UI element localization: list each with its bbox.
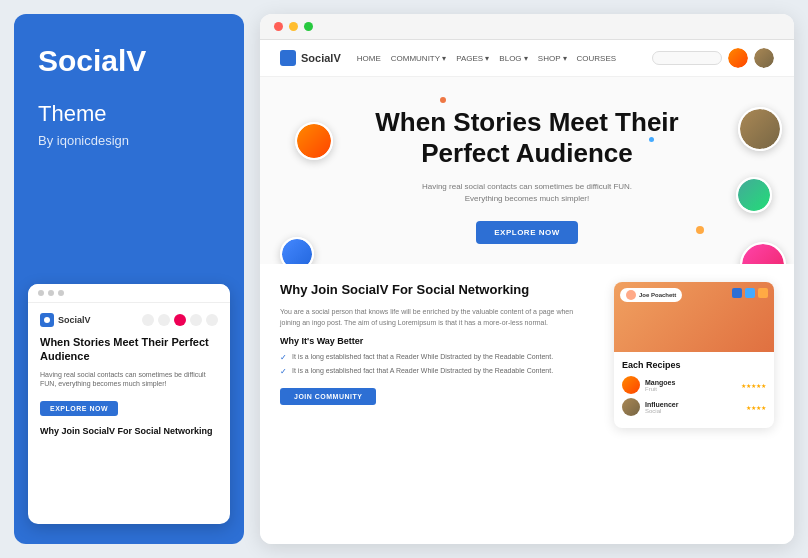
- recipe-header: Joe Poachett: [614, 282, 774, 352]
- recipe-item-2: Influencer Social ★★★★: [622, 398, 766, 416]
- float-avatar-tl: [295, 122, 333, 160]
- recipe-user-tag: Joe Poachett: [620, 288, 682, 302]
- float-avatar-tr: [738, 107, 782, 151]
- mini-header-bar: SocialV: [40, 313, 218, 327]
- site-logo-text: SocialV: [301, 52, 341, 64]
- mini-dot-1: [38, 290, 44, 296]
- mini-icon-search: [142, 314, 154, 326]
- mini-desc: Having real social contacts can sometime…: [40, 370, 218, 390]
- mini-logo-row: SocialV: [40, 313, 91, 327]
- nav-link-blog[interactable]: BLOG ▾: [499, 54, 527, 63]
- recipe-avatar-1: [622, 376, 640, 394]
- recipe-item-name-1: Mangoes: [645, 379, 736, 386]
- nav-link-pages[interactable]: PAGES ▾: [456, 54, 489, 63]
- recipe-content: Each Recipes Mangoes Fruit ★★★★★: [614, 352, 774, 428]
- why-item-2: ✓ It is a long established fact that A R…: [280, 366, 594, 376]
- mini-icon-bell: [158, 314, 170, 326]
- browser-dot-red: [274, 22, 283, 31]
- mini-logo-text: SocialV: [58, 315, 91, 325]
- svg-point-0: [44, 317, 50, 323]
- nav-avatar-img: [728, 48, 748, 68]
- why-item-text-1: It is a long established fact that a Rea…: [292, 352, 553, 362]
- av-circle-pink: [742, 244, 784, 264]
- mini-icon-menu: [206, 314, 218, 326]
- nav-link-shop[interactable]: SHOP ▾: [538, 54, 567, 63]
- float-avatar-tr2: [736, 177, 772, 213]
- browser-bar: [260, 14, 794, 40]
- browser-dot-yellow: [289, 22, 298, 31]
- hero-explore-btn[interactable]: EXPLORE NOW: [476, 221, 578, 244]
- why-title: Why Join SocialV For Social Networking: [280, 282, 594, 299]
- why-text: Why Join SocialV For Social Networking Y…: [280, 282, 594, 428]
- left-panel: SocialV Theme By iqonicdesign: [14, 14, 244, 544]
- recipe-item-name-2: Influencer: [645, 401, 741, 408]
- theme-label: Theme: [38, 101, 220, 127]
- mini-dot-3: [58, 290, 64, 296]
- mini-icon-avatar1: [174, 314, 186, 326]
- mini-content: SocialV When Stories Meet Their Perfect …: [28, 303, 230, 448]
- nav-link-courses[interactable]: COURSES: [577, 54, 617, 63]
- recipe-item-info-1: Mangoes Fruit: [645, 379, 736, 392]
- hero-subtitle: Having real social contacts can sometime…: [417, 181, 637, 205]
- site-nav-right: [652, 48, 774, 68]
- site-logo-icon: [280, 50, 296, 66]
- why-subtitle: Why It's Way Better: [280, 336, 594, 346]
- mini-explore-btn[interactable]: EXPLORE NOW: [40, 401, 118, 416]
- av-circle-green: [738, 179, 770, 211]
- recipe-item-rating-1: ★★★★★: [741, 382, 766, 389]
- site-nav: SocialV HOME COMMUNITY ▾ PAGES ▾ BLOG ▾ …: [260, 40, 794, 77]
- nav-avatar: [728, 48, 748, 68]
- recipe-section-title: Each Recipes: [622, 360, 766, 370]
- mini-footer-heading: Why Join SocialV For Social Networking: [40, 426, 218, 438]
- dot-blue: [649, 137, 654, 142]
- recipe-card: Joe Poachett Each Recipes: [614, 282, 774, 428]
- av-circle-blue: [282, 239, 312, 264]
- nav-avatar2: [754, 48, 774, 68]
- why-item-text-2: It is a long established fact that A Rea…: [292, 366, 553, 376]
- why-item-1: ✓ It is a long established fact that a R…: [280, 352, 594, 362]
- join-community-btn[interactable]: JOIN COMMUNITY: [280, 388, 376, 405]
- mini-browser-bar: [28, 284, 230, 303]
- right-panel: SocialV HOME COMMUNITY ▾ PAGES ▾ BLOG ▾ …: [260, 14, 794, 544]
- hero-title: When Stories Meet Their Perfect Audience: [357, 107, 697, 169]
- recipe-avatar-2: [622, 398, 640, 416]
- recipe-item-rating-2: ★★★★: [746, 404, 766, 411]
- dot-red: [440, 97, 446, 103]
- site-logo: SocialV: [280, 50, 341, 66]
- recipe-user-dot: [626, 290, 636, 300]
- nav-avatar2-img: [754, 48, 774, 68]
- tag-dot-yellow: [758, 288, 768, 298]
- mini-logo-icon: [40, 313, 54, 327]
- site-nav-links: HOME COMMUNITY ▾ PAGES ▾ BLOG ▾ SHOP ▾ C…: [357, 54, 636, 63]
- check-icon-1: ✓: [280, 353, 287, 362]
- tag-dot-lightblue: [745, 288, 755, 298]
- recipe-item-info-2: Influencer Social: [645, 401, 741, 414]
- mini-dot-2: [48, 290, 54, 296]
- tag-dot-blue: [732, 288, 742, 298]
- mini-icons-row: [142, 314, 218, 326]
- mini-preview-card: SocialV When Stories Meet Their Perfect …: [28, 284, 230, 524]
- recipe-tags: [732, 288, 768, 298]
- check-icon-2: ✓: [280, 367, 287, 376]
- recipe-item-sub-2: Social: [645, 408, 741, 414]
- why-section: Why Join SocialV For Social Networking Y…: [260, 264, 794, 446]
- browser-dot-green: [304, 22, 313, 31]
- recipe-item-sub-1: Fruit: [645, 386, 736, 392]
- mini-logo-svg: [43, 316, 51, 324]
- mini-heading: When Stories Meet Their Perfect Audience: [40, 335, 218, 364]
- why-desc: You are a social person that knows life …: [280, 307, 594, 328]
- dot-yellow: [696, 226, 704, 234]
- float-avatar-bl: [280, 237, 314, 264]
- recipe-item-1: Mangoes Fruit ★★★★★: [622, 376, 766, 394]
- author-label: By iqonicdesign: [38, 133, 220, 148]
- mini-icon-avatar2: [190, 314, 202, 326]
- brand-title: SocialV: [38, 44, 220, 77]
- nav-link-community[interactable]: COMMUNITY ▾: [391, 54, 446, 63]
- nav-link-home[interactable]: HOME: [357, 54, 381, 63]
- browser-content: SocialV HOME COMMUNITY ▾ PAGES ▾ BLOG ▾ …: [260, 40, 794, 544]
- search-box[interactable]: [652, 51, 722, 65]
- hero-section: When Stories Meet Their Perfect Audience…: [260, 77, 794, 264]
- app-wrapper: SocialV Theme By iqonicdesign: [14, 14, 794, 544]
- float-avatar-br: [740, 242, 786, 264]
- av-circle-brown: [740, 109, 780, 149]
